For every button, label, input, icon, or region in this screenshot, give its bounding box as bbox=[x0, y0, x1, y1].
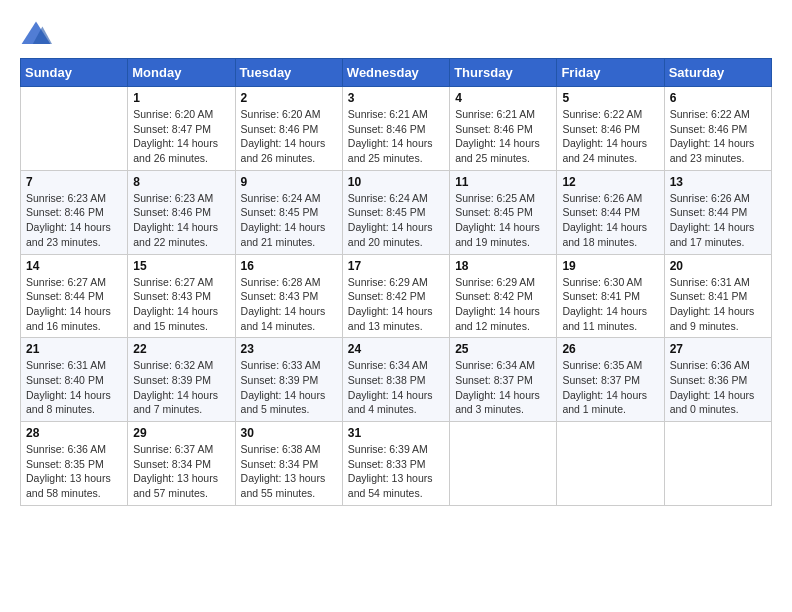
day-number: 8 bbox=[133, 175, 229, 189]
day-number: 7 bbox=[26, 175, 122, 189]
calendar-cell: 18Sunrise: 6:29 AM Sunset: 8:42 PM Dayli… bbox=[450, 254, 557, 338]
day-header-wednesday: Wednesday bbox=[342, 59, 449, 87]
day-info: Sunrise: 6:29 AM Sunset: 8:42 PM Dayligh… bbox=[348, 275, 444, 334]
calendar-cell bbox=[557, 422, 664, 506]
calendar-table: SundayMondayTuesdayWednesdayThursdayFrid… bbox=[20, 58, 772, 506]
day-number: 11 bbox=[455, 175, 551, 189]
calendar-header-row: SundayMondayTuesdayWednesdayThursdayFrid… bbox=[21, 59, 772, 87]
day-number: 23 bbox=[241, 342, 337, 356]
day-info: Sunrise: 6:38 AM Sunset: 8:34 PM Dayligh… bbox=[241, 442, 337, 501]
calendar-week-4: 21Sunrise: 6:31 AM Sunset: 8:40 PM Dayli… bbox=[21, 338, 772, 422]
calendar-cell: 28Sunrise: 6:36 AM Sunset: 8:35 PM Dayli… bbox=[21, 422, 128, 506]
day-number: 12 bbox=[562, 175, 658, 189]
calendar-cell: 15Sunrise: 6:27 AM Sunset: 8:43 PM Dayli… bbox=[128, 254, 235, 338]
calendar-cell: 8Sunrise: 6:23 AM Sunset: 8:46 PM Daylig… bbox=[128, 170, 235, 254]
day-info: Sunrise: 6:36 AM Sunset: 8:35 PM Dayligh… bbox=[26, 442, 122, 501]
calendar-cell: 21Sunrise: 6:31 AM Sunset: 8:40 PM Dayli… bbox=[21, 338, 128, 422]
day-number: 30 bbox=[241, 426, 337, 440]
day-number: 15 bbox=[133, 259, 229, 273]
calendar-cell: 12Sunrise: 6:26 AM Sunset: 8:44 PM Dayli… bbox=[557, 170, 664, 254]
calendar-cell: 29Sunrise: 6:37 AM Sunset: 8:34 PM Dayli… bbox=[128, 422, 235, 506]
day-number: 21 bbox=[26, 342, 122, 356]
calendar-week-2: 7Sunrise: 6:23 AM Sunset: 8:46 PM Daylig… bbox=[21, 170, 772, 254]
day-info: Sunrise: 6:21 AM Sunset: 8:46 PM Dayligh… bbox=[348, 107, 444, 166]
day-number: 17 bbox=[348, 259, 444, 273]
day-info: Sunrise: 6:23 AM Sunset: 8:46 PM Dayligh… bbox=[26, 191, 122, 250]
calendar-cell bbox=[21, 87, 128, 171]
calendar-cell: 26Sunrise: 6:35 AM Sunset: 8:37 PM Dayli… bbox=[557, 338, 664, 422]
day-number: 3 bbox=[348, 91, 444, 105]
day-info: Sunrise: 6:31 AM Sunset: 8:41 PM Dayligh… bbox=[670, 275, 766, 334]
day-number: 24 bbox=[348, 342, 444, 356]
day-info: Sunrise: 6:20 AM Sunset: 8:46 PM Dayligh… bbox=[241, 107, 337, 166]
day-number: 4 bbox=[455, 91, 551, 105]
day-info: Sunrise: 6:27 AM Sunset: 8:44 PM Dayligh… bbox=[26, 275, 122, 334]
calendar-cell: 7Sunrise: 6:23 AM Sunset: 8:46 PM Daylig… bbox=[21, 170, 128, 254]
calendar-cell: 6Sunrise: 6:22 AM Sunset: 8:46 PM Daylig… bbox=[664, 87, 771, 171]
calendar-cell bbox=[664, 422, 771, 506]
day-info: Sunrise: 6:39 AM Sunset: 8:33 PM Dayligh… bbox=[348, 442, 444, 501]
calendar-cell: 31Sunrise: 6:39 AM Sunset: 8:33 PM Dayli… bbox=[342, 422, 449, 506]
day-info: Sunrise: 6:35 AM Sunset: 8:37 PM Dayligh… bbox=[562, 358, 658, 417]
day-info: Sunrise: 6:32 AM Sunset: 8:39 PM Dayligh… bbox=[133, 358, 229, 417]
calendar-cell bbox=[450, 422, 557, 506]
day-number: 19 bbox=[562, 259, 658, 273]
day-info: Sunrise: 6:24 AM Sunset: 8:45 PM Dayligh… bbox=[348, 191, 444, 250]
day-info: Sunrise: 6:22 AM Sunset: 8:46 PM Dayligh… bbox=[670, 107, 766, 166]
day-info: Sunrise: 6:37 AM Sunset: 8:34 PM Dayligh… bbox=[133, 442, 229, 501]
day-info: Sunrise: 6:24 AM Sunset: 8:45 PM Dayligh… bbox=[241, 191, 337, 250]
day-header-thursday: Thursday bbox=[450, 59, 557, 87]
day-number: 28 bbox=[26, 426, 122, 440]
page-header bbox=[20, 20, 772, 48]
day-header-sunday: Sunday bbox=[21, 59, 128, 87]
day-number: 5 bbox=[562, 91, 658, 105]
day-info: Sunrise: 6:31 AM Sunset: 8:40 PM Dayligh… bbox=[26, 358, 122, 417]
day-number: 6 bbox=[670, 91, 766, 105]
day-info: Sunrise: 6:28 AM Sunset: 8:43 PM Dayligh… bbox=[241, 275, 337, 334]
day-info: Sunrise: 6:29 AM Sunset: 8:42 PM Dayligh… bbox=[455, 275, 551, 334]
calendar-cell: 1Sunrise: 6:20 AM Sunset: 8:47 PM Daylig… bbox=[128, 87, 235, 171]
day-info: Sunrise: 6:25 AM Sunset: 8:45 PM Dayligh… bbox=[455, 191, 551, 250]
day-info: Sunrise: 6:21 AM Sunset: 8:46 PM Dayligh… bbox=[455, 107, 551, 166]
day-info: Sunrise: 6:27 AM Sunset: 8:43 PM Dayligh… bbox=[133, 275, 229, 334]
calendar-cell: 14Sunrise: 6:27 AM Sunset: 8:44 PM Dayli… bbox=[21, 254, 128, 338]
calendar-cell: 23Sunrise: 6:33 AM Sunset: 8:39 PM Dayli… bbox=[235, 338, 342, 422]
day-number: 27 bbox=[670, 342, 766, 356]
day-number: 14 bbox=[26, 259, 122, 273]
day-info: Sunrise: 6:20 AM Sunset: 8:47 PM Dayligh… bbox=[133, 107, 229, 166]
day-info: Sunrise: 6:26 AM Sunset: 8:44 PM Dayligh… bbox=[670, 191, 766, 250]
day-number: 2 bbox=[241, 91, 337, 105]
day-header-tuesday: Tuesday bbox=[235, 59, 342, 87]
day-number: 26 bbox=[562, 342, 658, 356]
calendar-cell: 4Sunrise: 6:21 AM Sunset: 8:46 PM Daylig… bbox=[450, 87, 557, 171]
day-number: 18 bbox=[455, 259, 551, 273]
calendar-cell: 11Sunrise: 6:25 AM Sunset: 8:45 PM Dayli… bbox=[450, 170, 557, 254]
day-info: Sunrise: 6:36 AM Sunset: 8:36 PM Dayligh… bbox=[670, 358, 766, 417]
calendar-cell: 27Sunrise: 6:36 AM Sunset: 8:36 PM Dayli… bbox=[664, 338, 771, 422]
day-number: 29 bbox=[133, 426, 229, 440]
calendar-cell: 13Sunrise: 6:26 AM Sunset: 8:44 PM Dayli… bbox=[664, 170, 771, 254]
calendar-cell: 3Sunrise: 6:21 AM Sunset: 8:46 PM Daylig… bbox=[342, 87, 449, 171]
day-number: 31 bbox=[348, 426, 444, 440]
day-number: 10 bbox=[348, 175, 444, 189]
calendar-cell: 30Sunrise: 6:38 AM Sunset: 8:34 PM Dayli… bbox=[235, 422, 342, 506]
calendar-week-3: 14Sunrise: 6:27 AM Sunset: 8:44 PM Dayli… bbox=[21, 254, 772, 338]
calendar-cell: 17Sunrise: 6:29 AM Sunset: 8:42 PM Dayli… bbox=[342, 254, 449, 338]
day-number: 22 bbox=[133, 342, 229, 356]
day-info: Sunrise: 6:30 AM Sunset: 8:41 PM Dayligh… bbox=[562, 275, 658, 334]
calendar-cell: 16Sunrise: 6:28 AM Sunset: 8:43 PM Dayli… bbox=[235, 254, 342, 338]
day-info: Sunrise: 6:23 AM Sunset: 8:46 PM Dayligh… bbox=[133, 191, 229, 250]
calendar-week-1: 1Sunrise: 6:20 AM Sunset: 8:47 PM Daylig… bbox=[21, 87, 772, 171]
day-info: Sunrise: 6:22 AM Sunset: 8:46 PM Dayligh… bbox=[562, 107, 658, 166]
calendar-cell: 25Sunrise: 6:34 AM Sunset: 8:37 PM Dayli… bbox=[450, 338, 557, 422]
day-header-saturday: Saturday bbox=[664, 59, 771, 87]
day-header-friday: Friday bbox=[557, 59, 664, 87]
calendar-cell: 19Sunrise: 6:30 AM Sunset: 8:41 PM Dayli… bbox=[557, 254, 664, 338]
day-info: Sunrise: 6:26 AM Sunset: 8:44 PM Dayligh… bbox=[562, 191, 658, 250]
calendar-week-5: 28Sunrise: 6:36 AM Sunset: 8:35 PM Dayli… bbox=[21, 422, 772, 506]
day-info: Sunrise: 6:34 AM Sunset: 8:37 PM Dayligh… bbox=[455, 358, 551, 417]
logo bbox=[20, 20, 56, 48]
day-info: Sunrise: 6:33 AM Sunset: 8:39 PM Dayligh… bbox=[241, 358, 337, 417]
calendar-cell: 2Sunrise: 6:20 AM Sunset: 8:46 PM Daylig… bbox=[235, 87, 342, 171]
day-number: 16 bbox=[241, 259, 337, 273]
